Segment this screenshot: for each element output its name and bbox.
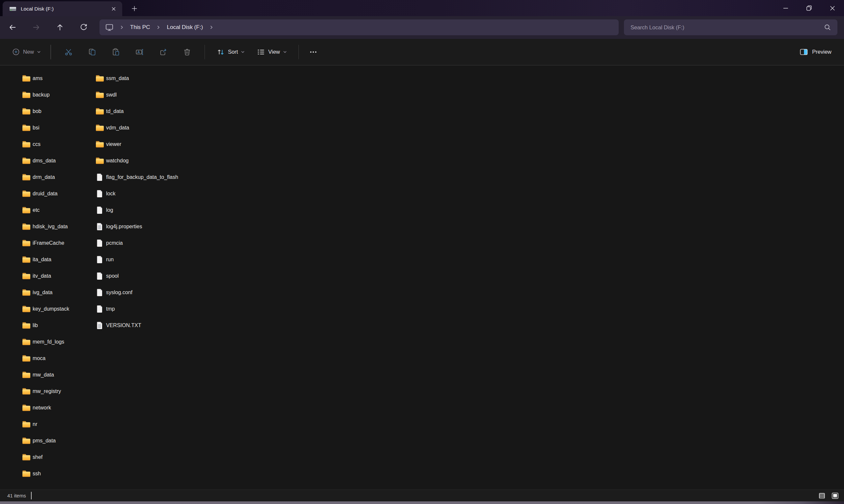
minimize-button[interactable] xyxy=(774,0,797,16)
folder-item[interactable]: hdisk_ivg_data xyxy=(20,218,71,235)
preview-label: Preview xyxy=(812,49,831,55)
this-pc-monitor-icon xyxy=(105,23,114,32)
file-icon xyxy=(96,190,103,198)
folder-icon xyxy=(22,256,31,263)
up-button[interactable] xyxy=(52,19,68,35)
copy-button[interactable] xyxy=(85,44,100,60)
forward-button[interactable] xyxy=(28,19,44,35)
cut-button[interactable] xyxy=(61,44,76,60)
folder-item[interactable]: ivg_data xyxy=(20,284,56,301)
folder-item[interactable]: mem_fd_logs xyxy=(20,334,68,350)
file-item[interactable]: lock xyxy=(93,185,119,202)
chevron-down-icon xyxy=(241,51,245,53)
tab-close-button[interactable] xyxy=(108,4,119,14)
folder-item[interactable]: etc xyxy=(20,202,43,218)
view-button[interactable]: View xyxy=(253,45,290,59)
folder-icon xyxy=(95,91,104,98)
folder-item[interactable]: td_data xyxy=(93,103,127,120)
file-list[interactable]: ams backup bob xyxy=(0,66,844,489)
delete-button[interactable] xyxy=(180,44,195,60)
folder-icon xyxy=(22,305,31,312)
share-button[interactable] xyxy=(156,44,171,60)
back-button[interactable] xyxy=(5,19,20,35)
folder-item[interactable]: drm_data xyxy=(20,169,58,185)
search-input[interactable] xyxy=(630,24,824,31)
item-label: log xyxy=(106,207,113,213)
file-item[interactable]: spool xyxy=(93,268,122,284)
rename-icon xyxy=(136,48,144,56)
chevron-down-icon xyxy=(37,51,41,53)
folder-item[interactable]: itv_data xyxy=(20,268,54,284)
item-label: network xyxy=(33,405,51,411)
address-bar[interactable]: This PC Local Disk (F:) xyxy=(100,19,619,35)
folder-item[interactable]: shef xyxy=(20,449,46,466)
paste-button[interactable] xyxy=(108,44,124,60)
chevron-right-icon[interactable] xyxy=(120,25,124,30)
folder-item[interactable]: swdl xyxy=(93,87,120,103)
folder-item[interactable]: vdm_data xyxy=(93,120,132,136)
close-window-button[interactable] xyxy=(821,0,844,16)
plus-circle-icon xyxy=(12,48,20,56)
folder-item[interactable]: ssh xyxy=(20,466,44,482)
folder-item[interactable]: key_dumpstack xyxy=(20,301,72,317)
folder-item[interactable]: ssm_data xyxy=(93,70,132,87)
refresh-button[interactable] xyxy=(76,19,92,35)
file-item[interactable]: VERSION.TXT xyxy=(93,317,145,334)
folder-item[interactable]: ita_data xyxy=(20,251,55,268)
chevron-right-icon[interactable] xyxy=(209,25,214,30)
folder-item[interactable]: dms_data xyxy=(20,152,59,169)
file-item[interactable]: pcmcia xyxy=(93,235,126,251)
magnifier-icon[interactable] xyxy=(824,23,831,31)
close-icon xyxy=(828,4,837,13)
item-label: mem_fd_logs xyxy=(33,339,64,345)
file-icon xyxy=(96,239,103,247)
new-tab-button[interactable] xyxy=(128,3,140,15)
window-controls xyxy=(774,0,844,16)
breadcrumb-local-disk[interactable]: Local Disk (F:) xyxy=(166,23,203,32)
item-label: backup xyxy=(33,92,50,98)
folder-item[interactable]: iFrameCache xyxy=(20,235,68,251)
file-item[interactable]: run xyxy=(93,251,117,268)
folder-item[interactable]: bsi xyxy=(20,120,42,136)
details-view-toggle[interactable] xyxy=(816,490,828,501)
folder-item[interactable]: network xyxy=(20,400,54,416)
folder-item[interactable]: mw_registry xyxy=(20,383,64,400)
file-item[interactable]: flag_for_backup_data_to_flash xyxy=(93,169,181,185)
item-label: pcmcia xyxy=(106,240,123,246)
folder-icon xyxy=(22,371,31,378)
file-item[interactable]: log xyxy=(93,202,116,218)
folder-item[interactable]: lib xyxy=(20,317,41,334)
folder-icon xyxy=(22,75,31,82)
chevron-down-icon xyxy=(283,51,287,53)
folder-item[interactable]: druid_data xyxy=(20,185,61,202)
folder-item[interactable]: mw_data xyxy=(20,367,57,383)
rename-button[interactable] xyxy=(132,44,147,60)
folder-item[interactable]: nr xyxy=(20,416,40,433)
item-label: ivg_data xyxy=(33,290,53,295)
file-item[interactable]: log4j.properties xyxy=(93,218,145,235)
large-icons-view-toggle[interactable] xyxy=(829,490,841,501)
file-icon xyxy=(96,272,103,280)
preview-button[interactable]: Preview xyxy=(795,46,836,59)
restore-button[interactable] xyxy=(797,0,821,16)
folder-item[interactable]: watchdog xyxy=(93,152,132,169)
folder-item[interactable]: pms_data xyxy=(20,433,59,449)
more-options-button[interactable] xyxy=(306,44,321,60)
sort-button[interactable]: Sort xyxy=(213,45,249,59)
chevron-right-icon[interactable] xyxy=(156,25,160,30)
folder-item[interactable]: viewer xyxy=(93,136,125,152)
file-item[interactable]: tmp xyxy=(93,301,118,317)
item-label: ccs xyxy=(33,141,40,147)
item-label: itv_data xyxy=(33,273,51,279)
folder-item[interactable]: ccs xyxy=(20,136,44,152)
folder-item[interactable]: ams xyxy=(20,70,46,87)
folder-item[interactable]: backup xyxy=(20,87,53,103)
new-button[interactable]: New xyxy=(8,45,45,59)
item-label: iFrameCache xyxy=(33,240,64,246)
explorer-tab[interactable]: Local Disk (F:) xyxy=(3,1,122,16)
breadcrumb-this-pc[interactable]: This PC xyxy=(129,23,150,32)
file-item[interactable]: syslog.conf xyxy=(93,284,136,301)
item-label: lock xyxy=(106,191,115,197)
folder-item[interactable]: moca xyxy=(20,350,49,367)
folder-item[interactable]: bob xyxy=(20,103,45,120)
